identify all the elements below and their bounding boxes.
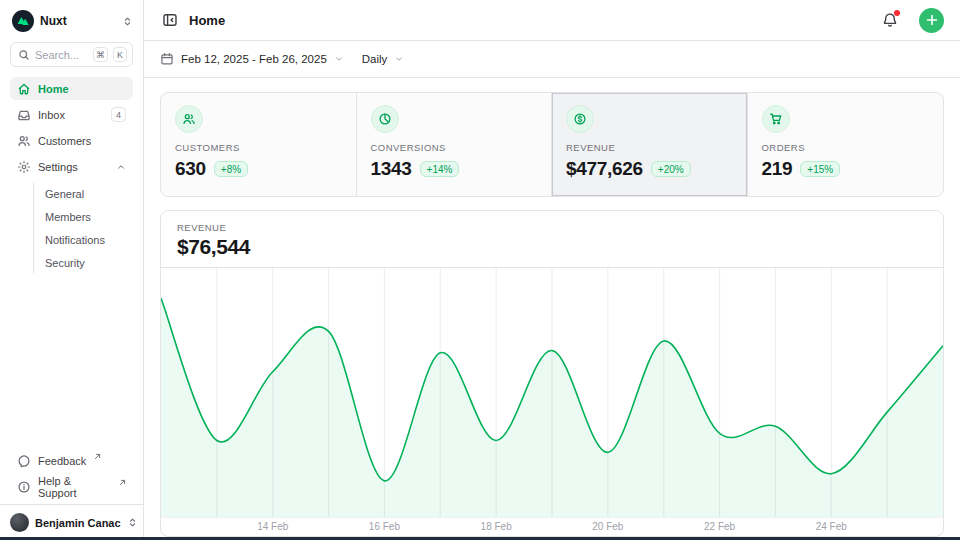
period-value: Daily xyxy=(362,53,388,65)
help-support-label: Help & Support xyxy=(38,475,111,499)
sidebar-footer: Feedback Help & Support xyxy=(0,449,143,504)
help-support-link[interactable]: Help & Support xyxy=(10,475,133,498)
stat-card-customers[interactable]: CUSTOMERS 630 +8% xyxy=(161,93,357,196)
sidebar-item-label: Customers xyxy=(38,135,126,147)
calendar-icon xyxy=(160,52,174,66)
change-badge: +14% xyxy=(420,161,460,177)
revenue-chart-card: REVENUE $76,544 14 Feb16 Feb18 Feb20 Feb… xyxy=(160,210,944,537)
collapse-sidebar-button[interactable] xyxy=(160,10,180,30)
stat-label: ORDERS xyxy=(762,142,930,153)
stat-value: $477,626 xyxy=(566,158,643,180)
inbox-icon xyxy=(17,108,31,122)
sidebar-item-settings[interactable]: Settings xyxy=(10,155,133,178)
page-title: Home xyxy=(189,13,871,28)
sidebar-nav: Home Inbox 4 Customers Settings xyxy=(0,77,143,273)
stat-label: CONVERSIONS xyxy=(371,142,538,153)
sidebar: Nuxt Search... ⌘ K Home xyxy=(0,0,144,540)
main-area: Home Feb 12, 2025 - Feb 26, 2025 xyxy=(144,0,960,540)
sidebar-item-notifications[interactable]: Notifications xyxy=(34,229,133,250)
dollar-circle-icon xyxy=(566,105,594,133)
stat-value: 1343 xyxy=(371,158,412,180)
chat-bubble-icon xyxy=(17,454,31,468)
search-input[interactable]: Search... ⌘ K xyxy=(10,42,133,67)
chevron-up-down-icon xyxy=(127,517,138,528)
cart-icon xyxy=(762,105,790,133)
sidebar-item-inbox[interactable]: Inbox 4 xyxy=(10,103,133,126)
sidebar-item-home[interactable]: Home xyxy=(10,77,133,100)
page-header: Home xyxy=(144,0,960,41)
external-link-icon xyxy=(94,453,101,460)
content: CUSTOMERS 630 +8% CONVERSIONS 1343 +14% xyxy=(144,78,960,540)
chart-value: $76,544 xyxy=(177,235,927,259)
kbd-meta: ⌘ xyxy=(93,47,108,62)
user-menu[interactable]: Benjamin Canac xyxy=(0,504,143,540)
chevron-down-icon xyxy=(334,54,344,64)
revenue-area-chart[interactable] xyxy=(161,268,943,517)
x-axis-label: 22 Feb xyxy=(704,521,735,532)
workspace-name: Nuxt xyxy=(40,14,116,28)
x-axis-label: 24 Feb xyxy=(816,521,847,532)
filter-toolbar: Feb 12, 2025 - Feb 26, 2025 Daily xyxy=(144,41,960,78)
sidebar-item-security[interactable]: Security xyxy=(34,252,133,273)
settings-submenu: General Members Notifications Security xyxy=(33,183,133,273)
revenue-chart-svg xyxy=(161,268,943,517)
stat-value: 630 xyxy=(175,158,206,180)
sidebar-item-label: Security xyxy=(45,257,85,269)
dashboard-app: Nuxt Search... ⌘ K Home xyxy=(0,0,960,540)
kbd-k: K xyxy=(113,47,127,62)
info-circle-icon xyxy=(17,480,31,494)
sidebar-item-label: Notifications xyxy=(45,234,105,246)
change-badge: +20% xyxy=(651,161,691,177)
chart-x-axis: 14 Feb16 Feb18 Feb20 Feb22 Feb24 Feb xyxy=(161,517,943,536)
stat-card-orders[interactable]: ORDERS 219 +15% xyxy=(748,93,944,196)
stats-row: CUSTOMERS 630 +8% CONVERSIONS 1343 +14% xyxy=(160,92,944,197)
users-icon xyxy=(175,105,203,133)
feedback-label: Feedback xyxy=(38,455,86,467)
stat-label: REVENUE xyxy=(566,142,733,153)
add-button[interactable] xyxy=(919,8,944,33)
feedback-link[interactable]: Feedback xyxy=(10,449,133,472)
home-icon xyxy=(17,82,31,96)
plus-icon xyxy=(926,14,938,26)
users-icon xyxy=(17,134,31,148)
search-placeholder: Search... xyxy=(35,49,88,61)
sidebar-item-label: Home xyxy=(38,83,126,95)
x-axis-label: 18 Feb xyxy=(481,521,512,532)
change-badge: +15% xyxy=(800,161,840,177)
gear-icon xyxy=(17,160,31,174)
x-axis-label: 14 Feb xyxy=(257,521,288,532)
sidebar-item-members[interactable]: Members xyxy=(34,206,133,227)
pie-chart-icon xyxy=(371,105,399,133)
chart-label: REVENUE xyxy=(177,222,927,233)
panel-collapse-icon xyxy=(162,12,178,28)
nuxt-logo-icon xyxy=(12,10,34,32)
notification-dot xyxy=(894,10,900,16)
chevron-down-icon xyxy=(394,54,404,64)
stat-card-conversions[interactable]: CONVERSIONS 1343 +14% xyxy=(357,93,553,196)
sidebar-item-label: Settings xyxy=(38,161,109,173)
sidebar-item-label: General xyxy=(45,188,84,200)
change-badge: +8% xyxy=(214,161,248,177)
user-name: Benjamin Canac xyxy=(35,517,121,529)
x-axis-label: 16 Feb xyxy=(369,521,400,532)
external-link-icon xyxy=(119,479,126,486)
date-range-value: Feb 12, 2025 - Feb 26, 2025 xyxy=(181,53,327,65)
chevron-up-icon xyxy=(116,162,126,172)
stat-card-revenue[interactable]: REVENUE $477,626 +20% xyxy=(552,93,748,196)
sidebar-item-customers[interactable]: Customers xyxy=(10,129,133,152)
chevron-up-down-icon xyxy=(122,16,133,27)
sidebar-item-label: Members xyxy=(45,211,91,223)
notifications-button[interactable] xyxy=(880,10,900,30)
stat-value: 219 xyxy=(762,158,793,180)
inbox-count-badge: 4 xyxy=(111,107,126,122)
workspace-switcher[interactable]: Nuxt xyxy=(0,0,143,40)
search-icon xyxy=(18,49,30,61)
date-range-picker[interactable]: Feb 12, 2025 - Feb 26, 2025 xyxy=(160,52,344,66)
stat-label: CUSTOMERS xyxy=(175,142,342,153)
sidebar-item-label: Inbox xyxy=(38,109,104,121)
sidebar-item-general[interactable]: General xyxy=(34,183,133,204)
x-axis-label: 20 Feb xyxy=(592,521,623,532)
chart-header: REVENUE $76,544 xyxy=(161,211,943,268)
avatar xyxy=(10,513,29,532)
period-select[interactable]: Daily xyxy=(362,53,405,65)
